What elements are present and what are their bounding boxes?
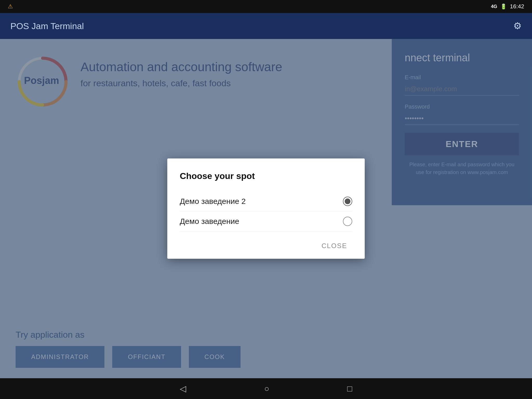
back-icon[interactable]: ◁ xyxy=(180,384,186,394)
choose-spot-dialog: Choose your spot Демо заведение 2 Демо з… xyxy=(167,158,365,259)
alert-icon: ⚠ xyxy=(8,3,13,10)
radio-option-demo2[interactable]: Демо заведение 2 xyxy=(180,191,352,211)
signal-indicator: 4G xyxy=(491,4,497,9)
dialog-actions: CLOSE xyxy=(180,231,352,252)
radio-label-demo1: Демо заведение xyxy=(180,217,239,226)
status-bar-left: ⚠ xyxy=(8,3,13,10)
status-bar-right: 4G 🔋 16:42 xyxy=(491,3,524,10)
radio-label-demo2: Демо заведение 2 xyxy=(180,197,246,206)
app-bar: POS Jam Terminal ⚙ xyxy=(0,13,532,39)
dialog-title: Choose your spot xyxy=(180,171,352,181)
dialog-overlay: Choose your spot Демо заведение 2 Демо з… xyxy=(0,39,532,378)
radio-circle-demo1 xyxy=(343,217,352,226)
home-icon[interactable]: ○ xyxy=(264,384,269,394)
radio-option-demo1[interactable]: Демо заведение xyxy=(180,211,352,231)
time-display: 16:42 xyxy=(510,3,524,10)
nav-bar: ◁ ○ □ xyxy=(0,378,532,399)
settings-icon[interactable]: ⚙ xyxy=(513,21,522,31)
status-bar: ⚠ 4G 🔋 16:42 xyxy=(0,0,532,13)
recent-icon[interactable]: □ xyxy=(347,384,352,394)
app-title: POS Jam Terminal xyxy=(10,21,84,31)
radio-circle-demo2 xyxy=(343,197,352,206)
main-content: Posjam Automation and accounting softwar… xyxy=(0,39,532,378)
close-button[interactable]: CLOSE xyxy=(316,239,352,252)
battery-icon: 🔋 xyxy=(500,3,507,10)
